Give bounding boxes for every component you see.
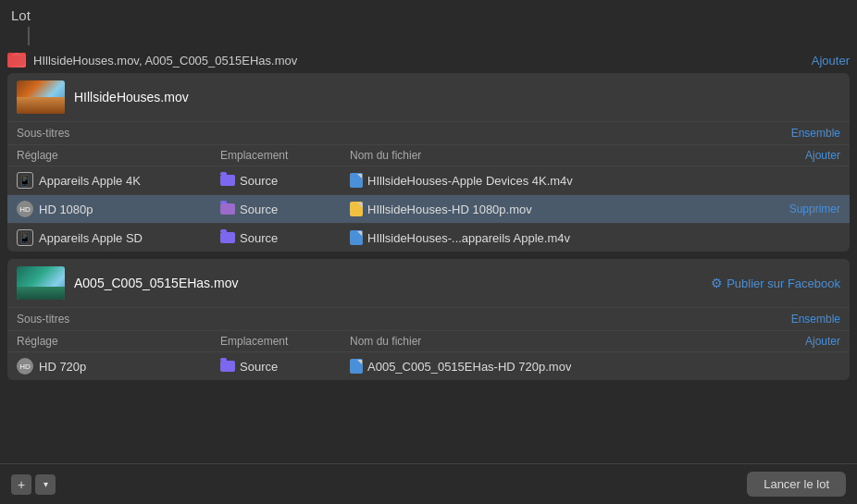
file-doc-icon-720p xyxy=(350,359,363,374)
col-ajouter-hillside[interactable]: Ajouter xyxy=(805,149,840,162)
location-text-4k: Source xyxy=(240,174,278,188)
col-headers-a005: Réglage Emplacement Nom du fichier Ajout… xyxy=(7,331,850,352)
subtitles-row-a005: Sous-titres Ensemble xyxy=(7,308,850,331)
filename-text-4k: HIllsideHouses-Apple Devices 4K.m4v xyxy=(367,174,573,188)
col-nom-fichier-hillside: Nom du fichier xyxy=(350,149,805,162)
file-header-hillside: HIllsideHouses.mov xyxy=(7,73,850,122)
setting-cell-720p: HD HD 720p xyxy=(17,358,220,375)
filename-cell-sd: HIllsideHouses-...appareils Apple.m4v xyxy=(350,230,840,245)
col-reglage-hillside: Réglage xyxy=(17,149,220,162)
batch-header: HIllsideHouses.mov, A005_C005_0515EHas.m… xyxy=(0,47,857,73)
setting-label-4k: Appareils Apple 4K xyxy=(39,174,141,188)
svg-rect-0 xyxy=(8,55,25,66)
hd-icon-1080p: HD xyxy=(17,201,33,217)
location-text-1080p: Source xyxy=(240,203,278,216)
file-name-a005: A005_C005_0515EHas.mov xyxy=(74,276,702,290)
launch-batch-button[interactable]: Lancer le lot xyxy=(747,472,846,497)
folder-icon-4k xyxy=(220,175,235,186)
add-item-button[interactable]: + xyxy=(11,474,31,495)
subtitles-row-hillside: Sous-titres Ensemble xyxy=(7,122,850,145)
col-reglage-a005: Réglage xyxy=(17,335,220,348)
publish-facebook-button[interactable]: ⚙ Publier sur Facebook xyxy=(711,276,840,290)
location-text-sd: Source xyxy=(240,231,278,245)
location-cell-1080p: Source xyxy=(220,203,350,216)
chevron-button[interactable]: ▾ xyxy=(35,474,56,495)
thumbnail-hillside xyxy=(17,80,65,114)
gear-icon: ⚙ xyxy=(711,276,723,290)
bottom-left-controls: + ▾ xyxy=(11,474,56,495)
output-row-hillside-4k[interactable]: 📱 Appareils Apple 4K Source HIllsideHous… xyxy=(7,166,850,195)
ensemble-button-hillside[interactable]: Ensemble xyxy=(791,127,840,140)
file-doc-icon-1080p xyxy=(350,202,363,216)
lot-title: Lot xyxy=(0,0,857,27)
subtitles-label-a005: Sous-titres xyxy=(17,313,69,326)
file-doc-icon-4k xyxy=(350,173,363,188)
setting-cell-1080p: HD HD 1080p xyxy=(17,201,220,217)
filename-text-720p: A005_C005_0515EHas-HD 720p.mov xyxy=(367,360,571,374)
batch-add-button[interactable]: Ajouter xyxy=(812,54,850,68)
location-cell-720p: Source xyxy=(220,360,350,374)
file-header-a005: A005_C005_0515EHas.mov ⚙ Publier sur Fac… xyxy=(7,259,850,308)
col-emplacement-hillside: Emplacement xyxy=(220,149,350,162)
setting-label-sd: Appareils Apple SD xyxy=(39,231,143,245)
filename-cell-720p: A005_C005_0515EHas-HD 720p.mov xyxy=(350,359,840,374)
file-group-a005: A005_C005_0515EHas.mov ⚙ Publier sur Fac… xyxy=(7,259,850,380)
folder-icon-sd xyxy=(220,232,235,243)
folder-icon-1080p xyxy=(220,203,235,215)
file-doc-icon-sd xyxy=(350,230,363,245)
lot-separator xyxy=(28,27,30,45)
subtitles-label-hillside: Sous-titres xyxy=(17,127,69,140)
bottom-toolbar: + ▾ Lancer le lot xyxy=(0,463,857,504)
setting-label-1080p: HD 1080p xyxy=(39,203,93,216)
file-name-hillside: HIllsideHouses.mov xyxy=(74,90,840,104)
location-text-720p: Source xyxy=(240,360,278,374)
hd-icon-720p: HD xyxy=(17,358,33,375)
col-ajouter-a005[interactable]: Ajouter xyxy=(805,335,840,348)
batch-files-text: HIllsideHouses.mov, A005_C005_0515EHas.m… xyxy=(33,54,297,68)
output-row-a005-720p[interactable]: HD HD 720p Source A005_C005_0515EHas-HD … xyxy=(7,352,850,380)
folder-icon-720p xyxy=(220,361,235,372)
col-nom-fichier-a005: Nom du fichier xyxy=(350,335,805,348)
batch-icon xyxy=(7,53,26,68)
phone-icon-4k: 📱 xyxy=(17,172,33,189)
location-cell-4k: Source xyxy=(220,174,350,188)
thumbnail-a005 xyxy=(17,266,65,300)
output-row-hillside-1080p[interactable]: HD HD 1080p Source HIllsideHouses-HD 108… xyxy=(7,195,850,224)
setting-label-720p: HD 720p xyxy=(39,360,86,374)
main-content-area: HIllsideHouses.mov Sous-titres Ensemble … xyxy=(0,73,857,463)
delete-button-1080p[interactable]: Supprimer xyxy=(782,203,840,215)
filename-cell-1080p: HIllsideHouses-HD 1080p.mov xyxy=(350,202,782,216)
col-headers-hillside: Réglage Emplacement Nom du fichier Ajout… xyxy=(7,145,850,166)
filename-cell-4k: HIllsideHouses-Apple Devices 4K.m4v xyxy=(350,173,840,188)
location-cell-sd: Source xyxy=(220,231,350,245)
setting-cell-sd: 📱 Appareils Apple SD xyxy=(17,229,220,246)
filename-text-sd: HIllsideHouses-...appareils Apple.m4v xyxy=(367,231,570,245)
phone-icon-sd: 📱 xyxy=(17,229,33,246)
output-row-hillside-sd[interactable]: 📱 Appareils Apple SD Source HIllsideHous… xyxy=(7,224,850,252)
col-emplacement-a005: Emplacement xyxy=(220,335,350,348)
file-group-hillside: HIllsideHouses.mov Sous-titres Ensemble … xyxy=(7,73,850,252)
ensemble-button-a005[interactable]: Ensemble xyxy=(791,313,840,326)
batch-files-label: HIllsideHouses.mov, A005_C005_0515EHas.m… xyxy=(7,53,297,68)
publish-facebook-label: Publier sur Facebook xyxy=(727,277,840,290)
setting-cell-4k: 📱 Appareils Apple 4K xyxy=(17,172,220,189)
svg-marker-1 xyxy=(10,53,23,55)
filename-text-1080p: HIllsideHouses-HD 1080p.mov xyxy=(367,203,532,216)
